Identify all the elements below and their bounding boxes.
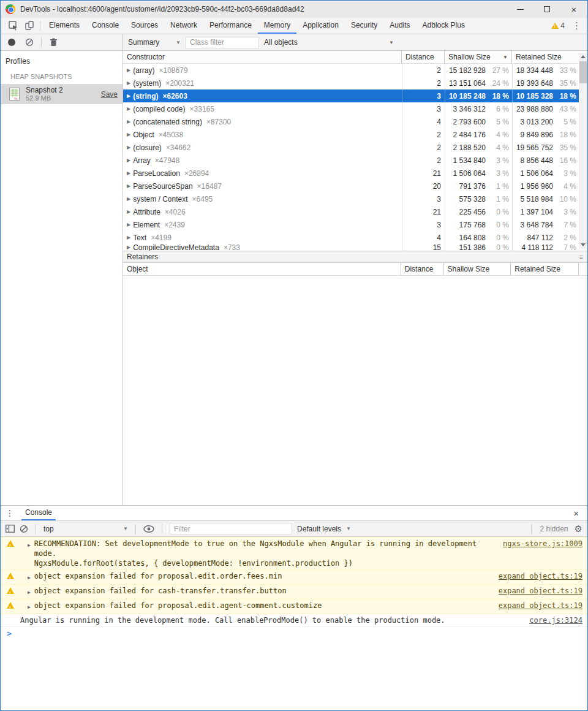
- heap-constructor-row[interactable]: ▶ Object ×45038 2 2 484 176 4 % 9 849 89…: [123, 128, 579, 141]
- tab-memory[interactable]: Memory: [258, 18, 296, 34]
- column-header-shallow-size[interactable]: Shallow Size ▼: [445, 51, 512, 63]
- tab-console[interactable]: Console: [86, 18, 125, 34]
- tab-audits[interactable]: Audits: [383, 18, 416, 34]
- console-filter-input[interactable]: [170, 523, 292, 534]
- minimize-button[interactable]: [507, 1, 533, 18]
- column-header-retained-size[interactable]: Retained Size: [512, 51, 579, 63]
- live-expression-button[interactable]: [143, 525, 154, 533]
- heap-constructor-row[interactable]: ▶ (array) ×108679 2 15 182 928 27 % 18 3…: [123, 64, 579, 77]
- disclosure-triangle-icon[interactable]: ▶: [127, 158, 130, 163]
- drawer-menu-button[interactable]: ⋮: [1, 506, 18, 520]
- console-message: ▶ object expansion failed for proposal.e…: [1, 599, 587, 614]
- disclosure-triangle-icon[interactable]: ▶: [127, 106, 130, 112]
- disclosure-triangle-icon[interactable]: ▶: [127, 67, 130, 73]
- disclosure-triangle-icon[interactable]: ▶: [127, 119, 130, 124]
- expand-arrow-icon[interactable]: ▶: [28, 603, 31, 612]
- inspect-element-button[interactable]: [6, 18, 21, 34]
- retainers-grip-icon[interactable]: ≡: [579, 253, 584, 260]
- disclosure-triangle-icon[interactable]: ▶: [127, 93, 130, 99]
- disclosure-triangle-icon[interactable]: ▶: [127, 209, 130, 215]
- column-header-constructor[interactable]: Constructor: [123, 51, 402, 63]
- snapshot-item[interactable]: % Snapshot 2 52.9 MB Save: [1, 84, 123, 104]
- delete-snapshot-button[interactable]: [45, 34, 61, 50]
- scroll-down-arrow-icon[interactable]: [579, 241, 587, 249]
- tab-application[interactable]: Application: [296, 18, 345, 34]
- tab-elements[interactable]: Elements: [43, 18, 86, 34]
- disclosure-triangle-icon[interactable]: ▶: [127, 145, 130, 150]
- tab-security[interactable]: Security: [345, 18, 383, 34]
- execution-context-select[interactable]: top ▼: [43, 525, 128, 533]
- clear-icon: [20, 525, 28, 533]
- scroll-up-arrow-icon[interactable]: [579, 53, 587, 61]
- expand-arrow-icon[interactable]: ▶: [28, 541, 31, 550]
- expand-arrow-icon[interactable]: ▶: [28, 588, 31, 598]
- heap-constructor-row[interactable]: ▶ Array ×47948 2 1 534 840 3 % 8 856 448…: [123, 154, 579, 167]
- heap-constructor-row[interactable]: ▶ ParseLocation ×26894 21 1 506 064 3 % …: [123, 167, 579, 180]
- column-header-shallow-size[interactable]: Shallow Size: [444, 263, 511, 275]
- heap-grid-rows: ▶ (array) ×108679 2 15 182 928 27 % 18 3…: [123, 64, 579, 251]
- shallow-size-value: 3 346 312: [445, 105, 486, 113]
- retained-size-value: 3 013 200: [513, 118, 553, 126]
- column-header-object[interactable]: Object: [123, 263, 401, 275]
- device-toolbar-button[interactable]: [21, 18, 37, 34]
- scrollbar-thumb[interactable]: [579, 61, 587, 83]
- tab-network[interactable]: Network: [164, 18, 203, 34]
- devtools-menu-button[interactable]: ⋮: [570, 20, 584, 31]
- console-sidebar-button[interactable]: [6, 525, 15, 533]
- disclosure-triangle-icon[interactable]: ▶: [127, 245, 130, 250]
- disclosure-triangle-icon[interactable]: ▶: [127, 235, 130, 240]
- class-filter-input[interactable]: [186, 37, 259, 48]
- close-button[interactable]: ×: [560, 1, 587, 18]
- disclosure-triangle-icon[interactable]: ▶: [127, 222, 130, 227]
- clear-console-button[interactable]: [20, 525, 28, 533]
- column-header-distance[interactable]: Distance: [402, 51, 445, 63]
- tab-performance[interactable]: Performance: [203, 18, 258, 34]
- distance-value: 3: [402, 102, 445, 115]
- heap-constructor-row[interactable]: ▶ system / Context ×6495 3 575 328 1 % 5…: [123, 192, 579, 205]
- expand-arrow-icon[interactable]: ▶: [28, 573, 31, 583]
- console-settings-button[interactable]: ⚙: [575, 523, 582, 534]
- heap-constructor-row[interactable]: ▶ Element ×2439 3 175 768 0 % 3 648 784 …: [123, 218, 579, 231]
- source-link[interactable]: ngxs-store.js:1009: [503, 539, 582, 549]
- clear-profiles-button[interactable]: [21, 34, 37, 50]
- distance-value: 21: [402, 167, 445, 180]
- heap-constructor-row[interactable]: ▶ (closure) ×34662 2 2 188 520 4 % 19 56…: [123, 141, 579, 154]
- column-header-retained-size[interactable]: Retained Size: [511, 263, 578, 275]
- tab-console[interactable]: Console: [21, 506, 56, 520]
- column-header-distance[interactable]: Distance: [401, 263, 444, 275]
- disclosure-triangle-icon[interactable]: ▶: [127, 183, 130, 189]
- console-prompt[interactable]: >: [1, 627, 587, 640]
- perspective-select[interactable]: Summary ▼: [128, 38, 181, 47]
- disclosure-triangle-icon[interactable]: ▶: [127, 80, 130, 86]
- devtools-window: DevTools - localhost:4600/agent/customer…: [0, 0, 588, 711]
- source-link[interactable]: expand object.ts:19: [499, 571, 582, 581]
- disclosure-triangle-icon[interactable]: ▶: [127, 196, 130, 202]
- disclosure-triangle-icon[interactable]: ▶: [127, 170, 130, 176]
- constructor-name: (array): [133, 66, 154, 75]
- tab-sources[interactable]: Sources: [125, 18, 164, 34]
- issues-warning-badge[interactable]: 4: [551, 21, 565, 30]
- maximize-button[interactable]: [533, 1, 560, 18]
- tab-adblock-plus[interactable]: Adblock Plus: [417, 18, 471, 34]
- retained-size-percent: 3 %: [553, 208, 576, 216]
- heap-constructor-row[interactable]: ▶ (concatenated string) ×87300 4 2 793 6…: [123, 115, 579, 128]
- constructor-name: ParseLocation: [133, 169, 180, 178]
- heap-constructor-row[interactable]: ▶ Text ×4199 4 164 808 0 % 847 112 2 %: [123, 231, 579, 244]
- heap-constructor-row[interactable]: ▶ (string) ×62603 3 10 185 248 18 % 10 1…: [123, 89, 579, 102]
- disclosure-triangle-icon[interactable]: ▶: [127, 132, 130, 137]
- record-heap-snapshot-button[interactable]: [8, 39, 15, 46]
- source-link[interactable]: core.js:3124: [529, 615, 582, 625]
- heap-constructor-row[interactable]: ▶ (compiled code) ×33165 3 3 346 312 6 %…: [123, 102, 579, 115]
- retained-size-percent: 16 %: [553, 156, 576, 165]
- log-levels-select[interactable]: Default levels ▼: [297, 525, 351, 533]
- close-drawer-button[interactable]: ×: [565, 506, 587, 520]
- heap-constructor-row[interactable]: ▶ ParseSourceSpan ×16487 20 791 376 1 % …: [123, 180, 579, 192]
- heap-constructor-row[interactable]: ▶ Attribute ×4026 21 225 456 0 % 1 397 1…: [123, 205, 579, 218]
- source-link[interactable]: expand object.ts:19: [499, 601, 582, 610]
- objects-filter-select[interactable]: All objects ▼: [264, 38, 394, 47]
- heap-constructor-row[interactable]: ▶ (system) ×200321 2 13 151 064 24 % 19 …: [123, 77, 579, 89]
- heap-grid-scrollbar[interactable]: [579, 53, 587, 249]
- source-link[interactable]: expand object.ts:19: [499, 586, 582, 596]
- save-snapshot-link[interactable]: Save: [101, 90, 118, 99]
- heap-constructor-row[interactable]: ▶ CompileDirectiveMetadata ×733 15 151 3…: [123, 244, 579, 251]
